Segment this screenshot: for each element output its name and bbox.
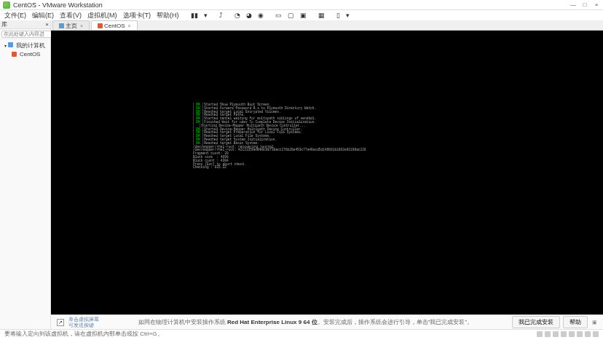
sidebar-title: 库 xyxy=(1,20,7,28)
sidebar-tree: ▾ 我的计算机 CentOS xyxy=(0,39,50,329)
app-icon xyxy=(3,1,10,9)
home-icon xyxy=(59,23,64,28)
main-area: 库 × ▾ ▾ 我的计算机 CentOS 主页 × xyxy=(0,20,603,329)
maximize-button[interactable]: □ xyxy=(581,1,588,9)
device-icons xyxy=(537,331,599,337)
window-controls: — □ × xyxy=(570,1,600,9)
menu-view[interactable]: 查看(V) xyxy=(60,11,82,20)
boot-log: [ OK ] Started Show Plymouth Boot Screen… xyxy=(193,103,366,170)
snapshot-manage-button[interactable]: ◕ xyxy=(246,12,252,19)
menu-file[interactable]: 文件(E) xyxy=(4,11,26,20)
install-buttons: 我已完成安装 帮助 xyxy=(512,316,588,328)
sidebar-header: 库 × xyxy=(0,20,50,29)
device-display-icon[interactable] xyxy=(585,331,591,337)
window-title: CentOS - VMware Workstation xyxy=(13,1,570,9)
install-help-button[interactable]: 帮助 xyxy=(563,316,588,328)
view-cycle-button[interactable]: ▦ xyxy=(318,12,325,19)
close-button[interactable]: × xyxy=(593,1,600,9)
statusbar-text: 要将输入定向到该虚拟机，请在虚拟机内部单击或按 Ctrl+G。 xyxy=(4,330,163,338)
send-ctrl-alt-del-button[interactable]: ⤴ xyxy=(219,12,223,19)
tab-home-close-icon[interactable]: × xyxy=(80,23,83,28)
minimize-button[interactable]: — xyxy=(570,1,577,9)
expand-hint-icon[interactable]: ↗ xyxy=(57,319,64,326)
sidebar-close-icon[interactable]: × xyxy=(45,21,49,28)
computer-icon xyxy=(8,42,13,47)
power-dropdown[interactable]: ▾ xyxy=(204,12,208,19)
tab-home[interactable]: 主页 × xyxy=(52,20,90,30)
tab-home-label: 主页 xyxy=(66,22,77,30)
device-net-icon[interactable] xyxy=(553,331,559,337)
tree-vm-item[interactable]: CentOS xyxy=(1,50,49,58)
menu-help[interactable]: 帮助(H) xyxy=(157,11,179,20)
sidebar: 库 × ▾ ▾ 我的计算机 CentOS xyxy=(0,20,51,329)
snapshot-revert-button[interactable]: ◉ xyxy=(258,12,264,19)
device-msg-icon[interactable] xyxy=(593,331,599,337)
tree-root-label: 我的计算机 xyxy=(16,42,45,49)
menu-tabs[interactable]: 选项卡(T) xyxy=(123,11,151,20)
device-printer-icon[interactable] xyxy=(577,331,583,337)
install-bar: ↗ 单击虚拟屏幕 可发送按键 如同在物理计算机中安装操作系统 Red Hat E… xyxy=(51,314,603,329)
titlebar: CentOS - VMware Workstation — □ × xyxy=(0,0,603,10)
tab-strip: 主页 × CentOS × xyxy=(51,20,603,31)
menu-edit[interactable]: 编辑(E) xyxy=(32,11,54,20)
tab-vm[interactable]: CentOS × xyxy=(91,20,138,30)
device-sound-icon[interactable] xyxy=(569,331,575,337)
vm-screen[interactable]: [ OK ] Started Show Plymouth Boot Screen… xyxy=(51,31,603,314)
unity-button[interactable]: ▣ xyxy=(300,12,307,19)
library-dropdown[interactable]: ▾ xyxy=(346,12,350,19)
vm-icon xyxy=(12,52,17,57)
statusbar: 要将输入定向到该虚拟机，请在虚拟机内部单击或按 Ctrl+G。 xyxy=(0,329,603,338)
vm-tab-icon xyxy=(98,23,103,28)
tree-root[interactable]: ▾ 我的计算机 xyxy=(1,41,49,50)
tree-vm-label: CentOS xyxy=(20,51,40,58)
hint-text: 单击虚拟屏幕 可发送按键 xyxy=(68,317,99,328)
menu-vm[interactable]: 虚拟机(M) xyxy=(87,11,117,20)
fullscreen-button[interactable]: ▢ xyxy=(288,12,294,19)
menubar: 文件(E) 编辑(E) 查看(V) 虚拟机(M) 选项卡(T) 帮助(H) ▮▮… xyxy=(0,10,603,20)
tab-vm-close-icon[interactable]: × xyxy=(128,23,131,28)
device-usb-icon[interactable] xyxy=(561,331,567,337)
device-cd-icon[interactable] xyxy=(545,331,551,337)
fit-guest-button[interactable]: ▭ xyxy=(275,12,282,19)
device-hd-icon[interactable] xyxy=(537,331,543,337)
snapshot-button[interactable]: ◔ xyxy=(234,12,240,19)
sidebar-search: ▾ xyxy=(0,29,50,39)
collapse-icon[interactable]: ▣ xyxy=(592,320,597,325)
expand-icon[interactable]: ▾ xyxy=(4,44,7,48)
library-toggle-button[interactable]: ▯ xyxy=(336,12,340,19)
install-done-button[interactable]: 我已完成安装 xyxy=(512,316,560,328)
tab-vm-label: CentOS xyxy=(104,23,125,29)
content-area: 主页 × CentOS × [ OK ] Started Show Plymou… xyxy=(51,20,603,329)
install-description: 如同在物理计算机中安装操作系统 Red Hat Enterprise Linux… xyxy=(103,318,508,326)
pause-button[interactable]: ▮▮ xyxy=(191,12,198,19)
